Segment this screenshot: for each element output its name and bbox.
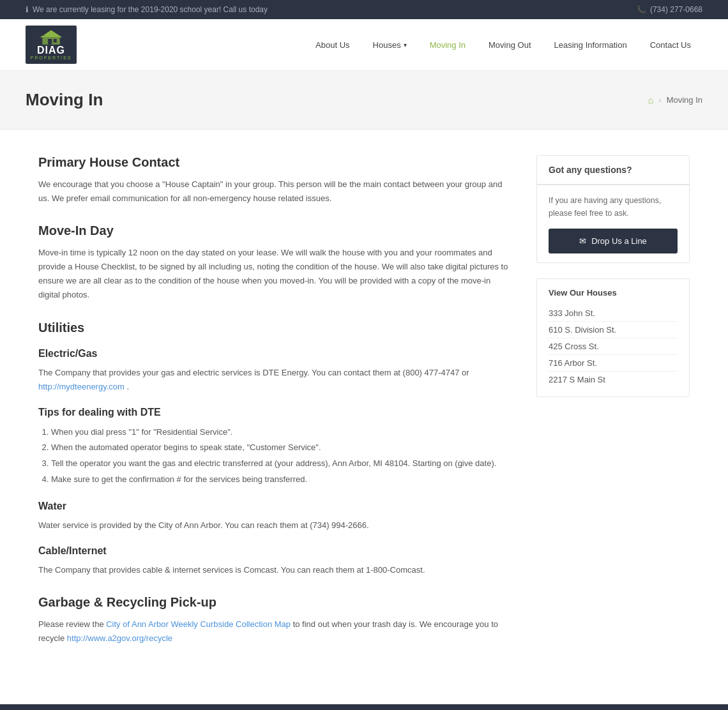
header: DIAG PROPERTIES About Us Houses ▾ Moving… <box>0 19 728 71</box>
nav-about[interactable]: About Us <box>304 34 361 56</box>
house-item-2[interactable]: 610 S. Division St. <box>549 322 678 338</box>
nav-contact[interactable]: Contact Us <box>639 34 702 56</box>
house-item-4[interactable]: 716 Arbor St. <box>549 355 678 372</box>
curbside-map-link[interactable]: City of Ann Arbor Weekly Curbside Collec… <box>106 619 291 629</box>
house-item-3[interactable]: 425 Cross St. <box>549 338 678 355</box>
top-bar-phone: 📞 (734) 277-0668 <box>637 5 702 14</box>
page-title: Moving In <box>26 90 103 110</box>
questions-card: Got any questions? If you are having any… <box>536 155 690 263</box>
tips-dte-list: When you dial press "1" for "Residential… <box>51 425 511 488</box>
tip-4: Make sure to get the confirmation # for … <box>51 472 511 488</box>
logo[interactable]: DIAG PROPERTIES <box>26 26 77 64</box>
nav-leasing[interactable]: Leasing Information <box>543 34 639 56</box>
top-bar-notice: ℹ We are currently leasing for the 2019-… <box>26 5 268 14</box>
move-in-day-body: Move-in time is typically 12 noon on the… <box>38 246 511 302</box>
nav-moving-in[interactable]: Moving In <box>418 34 477 56</box>
sidebar: Got any questions? If you are having any… <box>536 155 690 653</box>
garbage-body: Please review the City of Ann Arbor Week… <box>38 617 511 646</box>
move-in-day-heading: Move-In Day <box>38 223 511 238</box>
houses-card: View Our Houses 333 John St. 610 S. Divi… <box>536 278 690 397</box>
houses-list: 333 John St. 610 S. Division St. 425 Cro… <box>549 305 678 388</box>
cable-internet-heading: Cable/Internet <box>38 545 511 557</box>
chevron-down-icon: ▾ <box>404 42 407 49</box>
cable-internet-body: The Company that provides cable & intern… <box>38 563 511 577</box>
house-item-5[interactable]: 2217 S Main St <box>549 372 678 388</box>
utilities-heading: Utilities <box>38 321 511 335</box>
svg-rect-3 <box>54 39 57 43</box>
logo-text-props: PROPERTIES <box>31 56 72 60</box>
main-content: Primary House Contact We encourage that … <box>13 130 715 679</box>
water-body: Water service is provided by the City of… <box>38 518 511 532</box>
primary-contact-heading: Primary House Contact <box>38 155 511 170</box>
house-item-1[interactable]: 333 John St. <box>549 305 678 322</box>
view-houses-title: View Our Houses <box>549 288 678 298</box>
info-icon: ℹ <box>26 5 29 14</box>
phone-icon: 📞 <box>637 5 646 14</box>
logo-text-diag: DIAG <box>37 45 65 56</box>
breadcrumb-home-icon[interactable]: ⌂ <box>648 95 653 105</box>
tip-2: When the automated operator begins to sp… <box>51 440 511 456</box>
page-title-bar: Moving In ⌂ › Moving In <box>0 71 728 130</box>
envelope-icon: ✉ <box>579 236 586 246</box>
breadcrumb-separator: › <box>658 95 661 105</box>
logo-box: DIAG PROPERTIES <box>26 26 77 64</box>
phone-number: (734) 277-0668 <box>650 5 702 14</box>
garbage-heading: Garbage & Recycling Pick-up <box>38 595 511 610</box>
electric-gas-text: The Company that provides your gas and e… <box>38 368 469 377</box>
drop-line-label: Drop Us a Line <box>591 236 647 246</box>
drop-line-button[interactable]: ✉ Drop Us a Line <box>549 229 678 253</box>
electric-gas-heading: Electric/Gas <box>38 348 511 359</box>
nav-moving-out[interactable]: Moving Out <box>477 34 542 56</box>
houses-card-body: View Our Houses 333 John St. 610 S. Divi… <box>537 279 689 397</box>
questions-card-body: If you are having any questions, please … <box>537 185 689 262</box>
svg-rect-2 <box>48 39 52 45</box>
recycle-link[interactable]: http://www.a2gov.org/recycle <box>67 633 172 643</box>
breadcrumb: ⌂ › Moving In <box>648 95 702 105</box>
notice-text: We are currently leasing for the 2019-20… <box>33 5 268 14</box>
primary-contact-body: We encourage that you choose a "House Ca… <box>38 178 511 206</box>
nav-houses-label: Houses <box>373 40 401 50</box>
tips-dte-heading: Tips for dealing with DTE <box>38 407 511 418</box>
water-heading: Water <box>38 501 511 512</box>
tip-3: Tell the operator you want the gas and e… <box>51 456 511 472</box>
electric-gas-body: The Company that provides your gas and e… <box>38 366 511 394</box>
questions-card-text: If you are having any questions, please … <box>549 194 678 220</box>
dte-link[interactable]: http://mydteenergy.com <box>38 382 125 391</box>
footer: DIAG PROPERTIES Diag Properties, located… <box>0 704 728 710</box>
main-nav: About Us Houses ▾ Moving In Moving Out L… <box>304 34 702 56</box>
electric-gas-period: . <box>127 382 130 391</box>
content-area: Primary House Contact We encourage that … <box>38 155 511 653</box>
top-bar: ℹ We are currently leasing for the 2019-… <box>0 0 728 19</box>
nav-houses[interactable]: Houses ▾ <box>361 34 418 56</box>
svg-rect-4 <box>42 33 45 36</box>
garbage-text-before: Please review the <box>38 619 106 629</box>
questions-card-title: Got any questions? <box>537 156 689 185</box>
breadcrumb-current: Moving In <box>667 95 702 105</box>
tip-1: When you dial press "1" for "Residential… <box>51 425 511 441</box>
